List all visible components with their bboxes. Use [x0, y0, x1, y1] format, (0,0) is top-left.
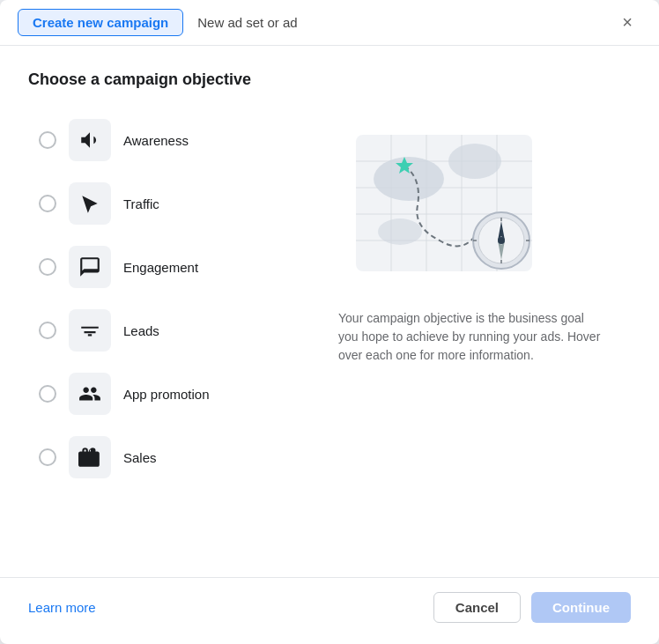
- svg-point-11: [378, 218, 422, 245]
- objective-label-sales: Sales: [123, 450, 157, 465]
- close-button[interactable]: ×: [613, 9, 641, 37]
- svg-point-10: [448, 144, 501, 179]
- objective-item-traffic[interactable]: Traffic: [28, 174, 310, 233]
- modal-header: Create new campaign New ad set or ad ×: [0, 0, 659, 46]
- icon-box-leads: [69, 309, 111, 352]
- tab-new-ad-set[interactable]: New ad set or ad: [183, 10, 311, 35]
- icon-box-app-promotion: [69, 373, 111, 415]
- tab-create-campaign[interactable]: Create new campaign: [18, 9, 183, 36]
- right-panel: Your campaign objective is the business …: [338, 110, 631, 559]
- objective-label-app-promotion: App promotion: [123, 387, 210, 402]
- chat-icon: [78, 255, 101, 278]
- continue-button[interactable]: Continue: [531, 592, 631, 623]
- objectives-list: Awareness Traffic: [28, 110, 310, 559]
- illustration: [338, 117, 567, 293]
- objective-item-engagement[interactable]: Engagement: [28, 237, 310, 297]
- icon-box-engagement: [69, 246, 111, 288]
- section-title: Choose a campaign objective: [28, 70, 631, 89]
- description-text: Your campaign objective is the business …: [338, 309, 603, 365]
- objective-label-awareness: Awareness: [123, 133, 189, 148]
- content-area: Awareness Traffic: [28, 110, 631, 559]
- radio-app-promotion[interactable]: [39, 385, 56, 403]
- briefcase-icon: [78, 446, 101, 469]
- objective-label-leads: Leads: [123, 323, 159, 338]
- radio-traffic[interactable]: [39, 195, 56, 212]
- modal-body: Choose a campaign objective Awareness: [0, 46, 659, 577]
- icon-box-traffic: [69, 182, 111, 225]
- objective-item-sales[interactable]: Sales: [28, 427, 310, 487]
- icon-box-sales: [69, 436, 111, 478]
- objective-item-awareness[interactable]: Awareness: [28, 110, 310, 170]
- people-icon: [78, 382, 101, 405]
- cursor-icon: [78, 192, 101, 215]
- radio-engagement[interactable]: [39, 258, 56, 276]
- footer-buttons: Cancel Continue: [433, 592, 631, 623]
- campaign-modal: Create new campaign New ad set or ad × C…: [0, 0, 659, 644]
- radio-leads[interactable]: [39, 322, 56, 339]
- objective-item-leads[interactable]: Leads: [28, 300, 310, 360]
- modal-footer: Learn more Cancel Continue: [0, 577, 659, 644]
- filter-icon: [78, 319, 101, 342]
- svg-point-16: [498, 237, 505, 244]
- radio-sales[interactable]: [39, 448, 56, 466]
- objective-label-traffic: Traffic: [123, 196, 159, 211]
- icon-box-awareness: [69, 119, 111, 161]
- cancel-button[interactable]: Cancel: [433, 592, 521, 623]
- objective-label-engagement: Engagement: [123, 260, 198, 275]
- learn-more-link[interactable]: Learn more: [28, 600, 96, 615]
- megaphone-icon: [78, 129, 101, 152]
- radio-awareness[interactable]: [39, 131, 56, 149]
- objective-item-app-promotion[interactable]: App promotion: [28, 364, 310, 424]
